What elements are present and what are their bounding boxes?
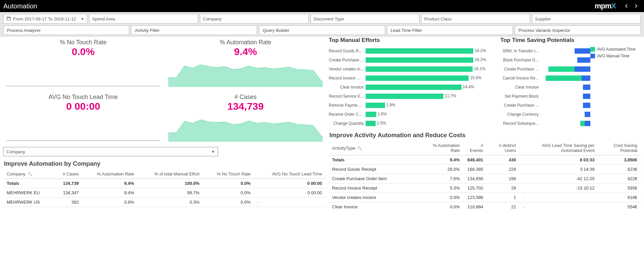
improve-activity-table: ActivityType🔍 % Automation Rate # Events… (329, 141, 641, 211)
bar-label: Record Goods Re... (329, 49, 366, 53)
spend-area-filter[interactable]: Spend Area (89, 14, 198, 23)
tab-process-variants-inspector[interactable]: Process Variants Inspector (515, 25, 641, 35)
bar-item[interactable]: Clear Invoice (500, 83, 590, 92)
calendar-icon (6, 16, 11, 22)
bar-fill (366, 112, 376, 117)
bar-value: 14.4% (463, 85, 474, 89)
bar-seg-manual (585, 112, 590, 117)
bar-item[interactable]: Change Quantity1.5% (329, 119, 497, 128)
company-filter[interactable]: Company (200, 14, 309, 23)
th-cases[interactable]: # Cases (53, 169, 82, 179)
th-events[interactable]: # Events (463, 141, 487, 155)
bar-fill (366, 57, 473, 63)
th-cost[interactable]: Cost Saving Potential (598, 141, 641, 155)
caret-down-icon: ▼ (81, 17, 84, 21)
bar-label: Remove Payment... (329, 103, 366, 108)
automation-rate-sparkline (168, 63, 323, 87)
document-type-filter[interactable]: Document Type (311, 14, 419, 23)
supplier-filter[interactable]: Supplier (532, 14, 641, 23)
bar-seg-manual (582, 75, 590, 81)
th-lead[interactable]: AVG No Touch Lead Time (254, 169, 325, 179)
th-activity[interactable]: ActivityType🔍 (329, 141, 423, 155)
kpi-label: AVG No Touch Lead Time (3, 92, 163, 101)
bar-label: Change Quantity (329, 121, 366, 126)
table-row[interactable]: Record Goods Receipt26.0%168,3852293 14:… (329, 165, 641, 174)
bar-label: Clear Invoice (329, 85, 366, 90)
improve-activity-title: Improve Activity Automation and Reduce C… (329, 132, 641, 139)
bar-label: Record Subseque... (500, 121, 541, 126)
bar-item[interactable]: Create Purchase ... (500, 64, 590, 73)
th-company[interactable]: Company🔍 (3, 169, 53, 179)
bar-fill (366, 85, 462, 90)
bar-seg-manual (575, 48, 590, 54)
bar-item[interactable]: Record Invoice Re...15.5% (329, 73, 497, 83)
bar-item[interactable]: Record Goods Re...16.2% (329, 46, 497, 55)
bar-item[interactable]: Change Currency (500, 110, 590, 119)
bar-item[interactable]: Set Payment Block (500, 92, 590, 101)
bar-item[interactable]: Receive Order Co...1.6% (329, 110, 497, 119)
table-row[interactable]: Record Invoice Receipt5.3%125,70229-15 2… (329, 183, 641, 193)
bar-item[interactable]: Clear Invoice14.4% (329, 83, 497, 92)
page-title: Automation (3, 2, 595, 10)
bar-item[interactable]: Create Purchase ...16.2% (329, 55, 497, 64)
bar-fill (366, 94, 443, 99)
bar-item[interactable]: Record Subseque... (500, 119, 590, 128)
bar-item[interactable]: Record Service E...11.7% (329, 92, 497, 101)
tool-tab-row: Process Analyzer Activity Filter Query B… (0, 23, 644, 37)
nav-next-button[interactable] (631, 1, 641, 11)
table-row[interactable]: MEHRWERK US3920.8%0.3%0.0%- (3, 198, 325, 207)
bar-seg-manual (577, 57, 590, 63)
th-manual[interactable]: % of total Manual Effort (138, 169, 203, 179)
bar-label: Cancel Invoice Re... (500, 76, 541, 81)
bar-item[interactable]: Block Purchase O... (500, 55, 590, 64)
bar-item[interactable]: Create Purchase ... (500, 101, 590, 110)
bar-seg-manual (575, 66, 590, 72)
improve-company-table: Company🔍 # Cases % Automation Rate % of … (3, 169, 325, 207)
kpi-automation-rate: % Automation Rate 9.4% (166, 37, 325, 89)
tab-process-analyzer[interactable]: Process Analyzer (3, 25, 129, 35)
top-manual-chart: Record Goods Re...16.2%Create Purchase .… (329, 46, 497, 128)
bar-value: 2.9% (386, 103, 395, 107)
th-auto[interactable]: % Automation Rate (423, 141, 463, 155)
bar-item[interactable]: SRM: In Transfer t... (500, 46, 590, 55)
filter-row: From 2017-09-17 To 2019-11-12 ▼ Spend Ar… (0, 12, 644, 23)
chevron-left-icon (624, 4, 629, 8)
bar-value: 15.5% (470, 75, 481, 80)
tab-lead-time-filter[interactable]: Lead Time Filter (387, 25, 513, 35)
table-row[interactable]: Clear Invoice0.0%110,88422-554€ (329, 202, 641, 212)
improve-company-title: Improve Automation by Company (4, 160, 325, 167)
chevron-right-icon (634, 4, 638, 8)
search-icon: 🔍 (357, 146, 362, 151)
th-users[interactable]: # distinct Users (487, 141, 520, 155)
bar-item[interactable]: Remove Payment...2.9% (329, 101, 497, 110)
company-dropdown[interactable]: Company ▼ (3, 147, 218, 156)
legend-auto-label: AVG Automated Time (597, 47, 636, 52)
caret-down-icon: ▼ (211, 150, 215, 154)
bar-label: Vendor creates in... (329, 67, 366, 71)
table-row[interactable]: Create Purchase Order Item7.6%134,656158… (329, 174, 641, 183)
th-notouch[interactable]: % No Touch Rate (203, 169, 254, 179)
bar-label: Create Purchase ... (329, 58, 366, 62)
kpi-value: 134,739 (166, 101, 325, 112)
company-dropdown-label: Company (6, 149, 25, 154)
tab-query-builder[interactable]: Query Builder (259, 25, 385, 35)
bar-label: Set Payment Block (500, 94, 541, 99)
kpi-value: 0 00:00 (3, 101, 163, 112)
th-lead[interactable]: AVG Lead Time Saving per Automated Event (519, 141, 598, 155)
nav-prev-button[interactable] (622, 1, 631, 11)
bar-item[interactable]: Cancel Invoice Re... (500, 73, 590, 83)
product-class-filter[interactable]: Product Class (421, 14, 530, 23)
topbar: Automation mpmX (0, 0, 644, 12)
table-row[interactable]: Vendor creates invoice0.0%123,5861-618€ (329, 193, 641, 202)
sparkline-empty (6, 86, 160, 86)
bar-item[interactable]: Vendor creates in...16.1% (329, 64, 497, 73)
bar-fill (366, 75, 469, 81)
date-range-filter[interactable]: From 2017-09-17 To 2019-11-12 ▼ (3, 14, 87, 23)
th-auto[interactable]: % Automation Rate (82, 169, 138, 179)
bar-fill (366, 66, 473, 72)
bar-label: Record Service E... (329, 94, 366, 99)
tab-activity-filter[interactable]: Activity Filter (131, 25, 257, 35)
table-row[interactable]: MEHRWERK EU134,3479.4%99.7%0.0%0 00:00 (3, 188, 325, 198)
bar-value: 16.2% (475, 57, 486, 62)
top-saving-legend: AVG Automated Time AVG Manual Time (590, 37, 641, 128)
